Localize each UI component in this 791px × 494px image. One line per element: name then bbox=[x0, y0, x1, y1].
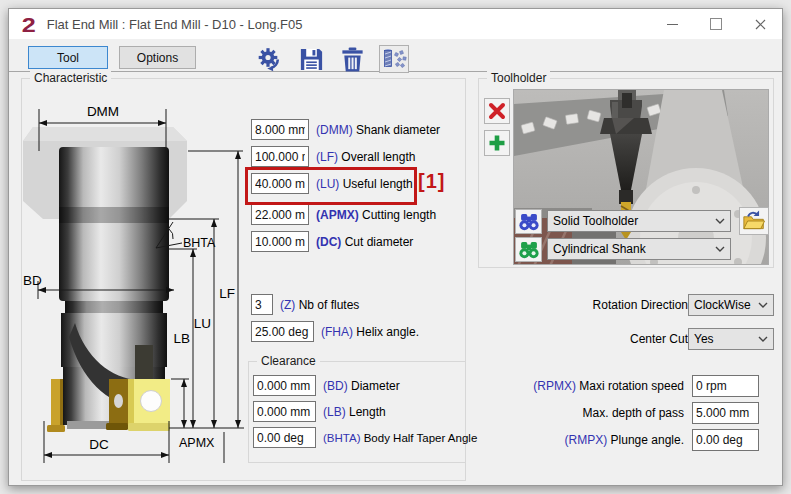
center-cut-label: Center Cut bbox=[630, 332, 688, 346]
chevron-down-icon bbox=[758, 302, 768, 308]
chevron-down-icon bbox=[715, 246, 725, 252]
annotation-1: [1] bbox=[418, 170, 445, 193]
binoculars-blue-icon bbox=[518, 212, 540, 232]
plunge-angle-input[interactable] bbox=[692, 429, 759, 451]
max-rotation-input[interactable] bbox=[692, 375, 759, 397]
max-rotation-label: (RPMX) Maxi rotation speed bbox=[533, 379, 684, 393]
diagram-label-apmx: APMX bbox=[179, 436, 215, 450]
open-folder-icon bbox=[742, 210, 766, 232]
diagram-label-bhta: BHTA bbox=[183, 236, 216, 250]
diagram-label-lf: LF bbox=[219, 286, 235, 301]
gear-refresh-icon bbox=[256, 45, 284, 73]
rotation-direction-label: Rotation Direction bbox=[593, 298, 688, 312]
max-depth-label: Max. depth of pass bbox=[583, 406, 684, 420]
field-row: (APMX) Cutting length bbox=[251, 204, 436, 225]
diagram-label-bd: BD bbox=[23, 273, 42, 288]
field-row: (DMM) Shank diameter bbox=[251, 119, 440, 140]
center-cut-row: Center Cut bbox=[439, 328, 688, 350]
toolholder-type-value: Solid Toolholder bbox=[553, 214, 638, 228]
diagram-label-lb: LB bbox=[173, 331, 190, 346]
field-row: (LB) Length bbox=[253, 401, 386, 422]
binoculars-green-icon bbox=[518, 240, 540, 260]
clearance-legend: Clearance bbox=[257, 354, 320, 368]
field-row: (BD) Diameter bbox=[253, 375, 400, 396]
window-controls bbox=[650, 9, 782, 39]
useful-length-input[interactable] bbox=[251, 173, 309, 194]
plunge-angle-row: (RMPX) Plunge angle. bbox=[439, 429, 759, 451]
rotation-direction-value: ClockWise bbox=[694, 298, 751, 312]
field-label: (Z) Nb of flutes bbox=[280, 298, 359, 312]
max-depth-input[interactable] bbox=[692, 402, 759, 424]
tool-simulation-button[interactable] bbox=[379, 45, 409, 73]
characteristic-legend: Characteristic bbox=[30, 71, 111, 85]
minimize-icon bbox=[667, 24, 678, 25]
tool-chips-icon bbox=[381, 47, 407, 71]
field-label: (LF) Overall length bbox=[316, 150, 415, 164]
delete-x-icon bbox=[488, 102, 506, 120]
diagram-label-dmm: DMM bbox=[87, 104, 119, 119]
title-bar: 2 Flat End Mill : Flat End Mill - D10 - … bbox=[9, 9, 782, 39]
cut-diameter-input[interactable] bbox=[251, 231, 309, 252]
center-cut-value: Yes bbox=[694, 332, 714, 346]
field-label: (LU) Useful length bbox=[316, 177, 413, 191]
shank-type-select[interactable]: Cylindrical Shank bbox=[547, 238, 731, 260]
search-shank-button[interactable] bbox=[515, 237, 542, 262]
shank-diameter-input[interactable] bbox=[251, 119, 309, 140]
save-tool-button[interactable] bbox=[297, 45, 325, 73]
toolholder-type-select[interactable]: Solid Toolholder bbox=[547, 210, 731, 232]
field-row: (LU) Useful length bbox=[251, 173, 413, 194]
field-label: (BD) Diameter bbox=[323, 379, 400, 393]
close-icon bbox=[755, 19, 766, 30]
add-plus-icon bbox=[488, 134, 506, 152]
rotation-direction-select[interactable]: ClockWise bbox=[688, 294, 774, 316]
minimize-button[interactable] bbox=[650, 9, 694, 39]
chevron-down-icon bbox=[715, 218, 725, 224]
desktop-background: 2 Flat End Mill : Flat End Mill - D10 - … bbox=[0, 0, 791, 494]
toolholder-legend: Toolholder bbox=[487, 71, 550, 85]
maximize-button[interactable] bbox=[694, 9, 738, 39]
diagram-label-lu: LU bbox=[194, 316, 211, 331]
reload-tool-button[interactable] bbox=[256, 45, 284, 73]
rotation-direction-row: Rotation Direction bbox=[439, 294, 688, 316]
app-logo-icon: 2 bbox=[22, 14, 36, 35]
clearance-length-input[interactable] bbox=[253, 401, 316, 422]
add-toolholder-button[interactable] bbox=[484, 130, 510, 156]
toolbar: Tool Options bbox=[9, 39, 782, 72]
field-row: (Z) Nb of flutes bbox=[251, 294, 359, 315]
cutting-length-input[interactable] bbox=[251, 204, 309, 225]
save-icon bbox=[298, 46, 325, 73]
field-row: (DC) Cut diameter bbox=[251, 231, 413, 252]
trash-icon bbox=[339, 46, 366, 73]
tab-tool[interactable]: Tool bbox=[28, 46, 108, 69]
maximize-icon bbox=[710, 18, 722, 30]
close-button[interactable] bbox=[738, 9, 782, 39]
field-row: (LF) Overall length bbox=[251, 146, 415, 167]
center-cut-select[interactable]: Yes bbox=[688, 328, 774, 350]
field-label: (FHA) Helix angle. bbox=[321, 325, 419, 339]
tab-options[interactable]: Options bbox=[119, 46, 196, 69]
window-title: Flat End Mill : Flat End Mill - D10 - Lo… bbox=[47, 17, 303, 32]
max-depth-row: Max. depth of pass bbox=[439, 402, 759, 424]
tool-diagram: DMM BD BHTA LF LU LB DC APMX bbox=[23, 91, 247, 477]
search-toolholder-button[interactable] bbox=[515, 209, 542, 234]
remove-toolholder-button[interactable] bbox=[484, 98, 510, 124]
max-rotation-row: (RPMX) Maxi rotation speed bbox=[439, 375, 759, 397]
flutes-input[interactable] bbox=[251, 294, 273, 315]
open-toolholder-file-button[interactable] bbox=[739, 207, 769, 235]
overall-length-input[interactable] bbox=[251, 146, 309, 167]
field-row: (FHA) Helix angle. bbox=[251, 321, 419, 342]
delete-tool-button[interactable] bbox=[338, 45, 366, 73]
diagram-label-dc: DC bbox=[89, 437, 109, 452]
chevron-down-icon bbox=[758, 336, 768, 342]
clearance-diameter-input[interactable] bbox=[253, 375, 316, 396]
field-label: (LB) Length bbox=[323, 405, 386, 419]
shank-type-value: Cylindrical Shank bbox=[553, 242, 646, 256]
field-label: (APMX) Cutting length bbox=[316, 208, 436, 222]
field-label: (DC) Cut diameter bbox=[316, 235, 413, 249]
body-half-taper-input[interactable] bbox=[253, 427, 316, 448]
field-label: (DMM) Shank diameter bbox=[316, 123, 440, 137]
plunge-angle-label: (RMPX) Plunge angle. bbox=[565, 433, 684, 447]
helix-angle-input[interactable] bbox=[251, 321, 314, 342]
app-window: 2 Flat End Mill : Flat End Mill - D10 - … bbox=[8, 8, 783, 486]
